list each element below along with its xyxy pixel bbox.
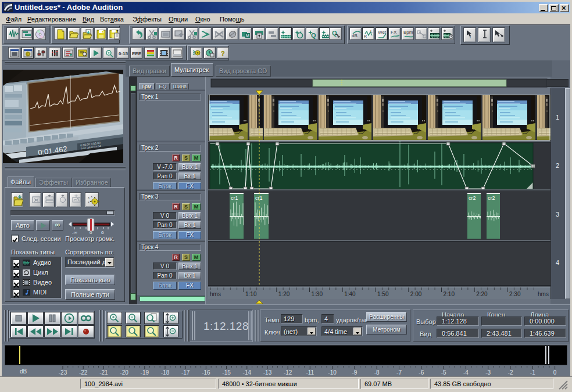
svg-text:-8: -8 bbox=[374, 369, 380, 376]
svg-text:-2: -2 bbox=[508, 369, 513, 376]
svg-text:2:20: 2:20 bbox=[476, 291, 488, 297]
svg-text:1:30: 1:30 bbox=[312, 291, 323, 297]
svg-text:-10: -10 bbox=[328, 369, 337, 376]
svg-text:EEE: EEE bbox=[132, 51, 141, 56]
svg-text:-1: -1 bbox=[530, 369, 535, 376]
svg-text:Q: Q bbox=[311, 32, 316, 39]
svg-text:-4: -4 bbox=[463, 369, 469, 376]
svg-text:I: I bbox=[470, 35, 471, 39]
svg-text:cr1: cr1 bbox=[255, 195, 263, 201]
svg-text:-14: -14 bbox=[243, 369, 252, 376]
svg-text:cr2: cr2 bbox=[488, 195, 495, 201]
svg-text:-20: -20 bbox=[120, 369, 128, 376]
svg-text:2:00: 2:00 bbox=[410, 291, 422, 297]
svg-text:1:10: 1:10 bbox=[245, 291, 257, 297]
svg-text:-12: -12 bbox=[284, 369, 292, 376]
svg-text:x: x bbox=[91, 195, 92, 198]
svg-text:cr1: cr1 bbox=[231, 195, 238, 201]
svg-text:2:10: 2:10 bbox=[444, 291, 455, 297]
svg-text:2:30: 2:30 bbox=[509, 291, 521, 297]
svg-text:?: ? bbox=[221, 50, 225, 57]
svg-text:-5: -5 bbox=[441, 369, 446, 376]
svg-text:dB: dB bbox=[20, 368, 27, 375]
svg-text:1:40: 1:40 bbox=[344, 291, 356, 297]
svg-text:hms: hms bbox=[210, 291, 221, 297]
svg-text:-13: -13 bbox=[263, 369, 272, 376]
svg-text:FX: FX bbox=[391, 30, 397, 35]
svg-text:1:50: 1:50 bbox=[377, 291, 389, 297]
svg-text:-22: -22 bbox=[79, 369, 88, 376]
svg-text:M: M bbox=[246, 34, 249, 38]
svg-text:Wet: Wet bbox=[378, 30, 387, 35]
svg-text:1:20: 1:20 bbox=[278, 291, 290, 297]
svg-text:x: x bbox=[88, 196, 90, 199]
svg-text:cr2: cr2 bbox=[469, 195, 476, 201]
svg-text:0: 0 bbox=[553, 369, 557, 376]
svg-text:-9: -9 bbox=[352, 369, 357, 376]
svg-text:-16: -16 bbox=[202, 369, 210, 376]
svg-text:-17: -17 bbox=[181, 369, 190, 376]
svg-text:x: x bbox=[88, 200, 90, 204]
svg-text:-7: -7 bbox=[396, 369, 402, 376]
svg-text:0:15: 0:15 bbox=[119, 51, 128, 56]
svg-text:-6: -6 bbox=[419, 369, 424, 376]
svg-text:-15: -15 bbox=[222, 369, 231, 376]
svg-text:0: 0 bbox=[90, 230, 92, 235]
svg-text:Q: Q bbox=[332, 30, 337, 37]
svg-text:-∞: -∞ bbox=[72, 230, 77, 235]
svg-text:R: R bbox=[364, 34, 367, 38]
svg-text:-21: -21 bbox=[99, 369, 108, 376]
svg-text:-11: -11 bbox=[306, 369, 314, 376]
svg-text:-18: -18 bbox=[161, 369, 170, 376]
svg-text:6: 6 bbox=[101, 230, 104, 235]
svg-text:-23: -23 bbox=[59, 369, 67, 376]
svg-text:hms: hms bbox=[538, 291, 549, 297]
svg-text:Bpm: Bpm bbox=[403, 30, 413, 35]
svg-text:-3: -3 bbox=[485, 369, 491, 376]
svg-text:dB: dB bbox=[352, 33, 358, 38]
svg-text:-19: -19 bbox=[141, 369, 149, 376]
